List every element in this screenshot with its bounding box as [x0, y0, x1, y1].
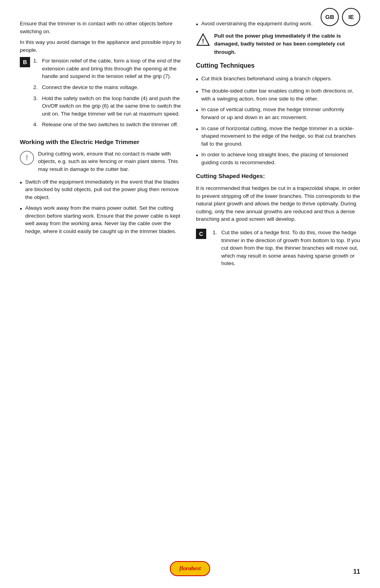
- cutting-techniques-heading: Cutting Techniques: [196, 61, 360, 70]
- gb-badge: GB: [321, 8, 339, 26]
- right-column: Avoid overstraining the equipment during…: [196, 20, 360, 271]
- list-item: In order to achieve long straight lines,…: [196, 151, 360, 166]
- item-num: 4.: [33, 121, 42, 129]
- list-item: 1. Cut the sides of a hedge first. To do…: [213, 229, 360, 267]
- shaped-hedges-heading: Cutting Shaped Hedges:: [196, 172, 360, 180]
- b-label: B: [20, 57, 30, 67]
- c-label: C: [196, 229, 206, 239]
- c-section: C 1. Cut the sides of a hedge first. To …: [196, 229, 360, 271]
- info-block: ! During cutting work, ensure that no co…: [20, 150, 184, 173]
- list-item: 2. Connect the device to the mains volta…: [33, 83, 184, 91]
- warning-icon: !: [20, 151, 34, 165]
- item-text: Connect the device to the mains voltage.: [42, 83, 139, 91]
- c-list: 1. Cut the sides of a hedge first. To do…: [213, 229, 360, 271]
- main-content: Ensure that the trimmer is in contact wi…: [20, 20, 360, 271]
- info-text: During cutting work, ensure that no cont…: [38, 150, 184, 173]
- country-badges: GB IE: [321, 8, 360, 26]
- item-text: Avoid overstraining the equipment during…: [201, 20, 313, 29]
- svg-text:!: !: [202, 38, 204, 45]
- item-text: Cut the sides of a hedge first. To do th…: [221, 229, 360, 267]
- item-text: In case of vertical cutting, move the he…: [201, 106, 360, 121]
- florabest-text: florabest: [170, 561, 210, 576]
- item-num: 1.: [33, 57, 42, 80]
- left-column: Ensure that the trimmer is in contact wi…: [20, 20, 184, 271]
- b-section: B 1. For tension relief of the cable, fo…: [20, 57, 184, 132]
- list-item: Cut thick branches beforehand using a br…: [196, 75, 360, 84]
- instruction-list: 1. For tension relief of the cable, form…: [33, 57, 184, 129]
- left-bullet-list: Switch off the equipment immediately in …: [20, 178, 184, 235]
- list-item: 3. Hold the safety switch on the loop ha…: [33, 95, 184, 118]
- list-item: Switch off the equipment immediately in …: [20, 178, 184, 201]
- list-item: 1. For tension relief of the cable, form…: [33, 57, 184, 80]
- b-content: 1. For tension relief of the cable, form…: [33, 57, 184, 132]
- florabest-logo: florabest: [170, 561, 210, 576]
- page: GB IE Ensure that the trimmer is in cont…: [0, 0, 380, 588]
- warning-triangle-icon: !: [196, 33, 210, 47]
- item-text: Switch off the equipment immediately in …: [25, 178, 184, 201]
- warning-box: ! Pull out the power plug immediately if…: [196, 32, 360, 56]
- intro-para-2: In this way you avoid damage to the appl…: [20, 38, 184, 54]
- warning-text: Pull out the power plug immediately if t…: [214, 32, 360, 56]
- item-num: 3.: [33, 95, 42, 118]
- shaped-text: It is recommended that hedges be cut in …: [196, 184, 360, 223]
- item-text: The double-sided cutter bar enables cutt…: [201, 87, 360, 102]
- item-num: 2.: [33, 83, 42, 91]
- item-text: Hold the safety switch on the loop handl…: [42, 95, 184, 118]
- list-item: Always work away from the mains power ou…: [20, 204, 184, 235]
- list-item: In case of horizontal cutting, move the …: [196, 125, 360, 148]
- list-item: In case of vertical cutting, move the he…: [196, 106, 360, 121]
- cutting-bullets: Cut thick branches beforehand using a br…: [196, 75, 360, 166]
- page-number: 11: [353, 567, 360, 576]
- intro-para-1: Ensure that the trimmer is in contact wi…: [20, 20, 184, 35]
- item-text: In order to achieve long straight lines,…: [201, 151, 360, 166]
- item-text: Always work away from the mains power ou…: [25, 204, 184, 235]
- item-text: Cut thick branches beforehand using a br…: [201, 75, 332, 84]
- item-text: For tension relief of the cable, form a …: [42, 57, 184, 80]
- item-text: Release one of the two switches to switc…: [42, 121, 178, 129]
- list-item: 4. Release one of the two switches to sw…: [33, 121, 184, 129]
- list-item: The double-sided cutter bar enables cutt…: [196, 87, 360, 102]
- working-heading: Working with the Electric Hedge Trimmer: [20, 138, 184, 146]
- ie-badge: IE: [342, 8, 360, 26]
- item-num: 1.: [213, 229, 221, 267]
- item-text: In case of horizontal cutting, move the …: [201, 125, 360, 148]
